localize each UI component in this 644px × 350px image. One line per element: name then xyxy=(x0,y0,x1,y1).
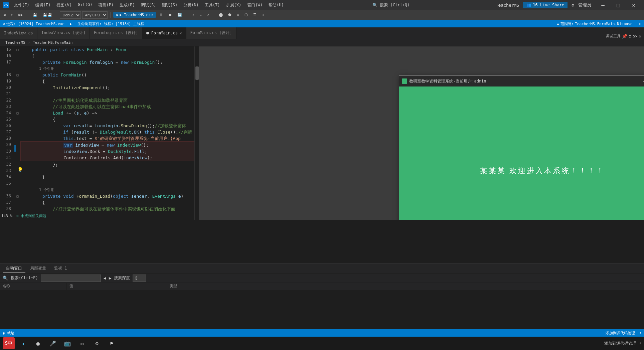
toolbar-restart[interactable]: 🔄 xyxy=(175,12,184,18)
code-line-ref1: 1 个引用 xyxy=(0,65,199,72)
taskbar-app-settings[interactable]: ⚙ xyxy=(91,337,103,349)
scope-info[interactable]: ≡ 范围统: TeacherMS.FormMain.Dispose xyxy=(557,21,632,26)
depth-input[interactable] xyxy=(133,275,146,282)
search-input[interactable] xyxy=(41,275,101,282)
settings-icon[interactable]: ⚙ xyxy=(572,3,574,8)
taskbar-app-s[interactable]: S中 xyxy=(3,337,15,349)
toolbar-step-over[interactable]: → xyxy=(190,12,196,18)
code-editor[interactable]: 15 □ public partial class FormMain : For… xyxy=(0,46,199,220)
code-line-ref2: 1 个引用 xyxy=(0,187,199,193)
menu-analyze[interactable]: 分析(N) xyxy=(181,2,201,9)
status-upload-icon[interactable]: ⬆ xyxy=(639,331,641,335)
close-button[interactable]: ✕ xyxy=(626,0,641,10)
toolbar-bp3[interactable]: ◈ xyxy=(235,12,241,18)
toolbar-bp5[interactable]: ☰ xyxy=(251,12,259,18)
process-bar: ⚙ 进程: [16924] TeacherMS.exe ▶ 生命周期事件: 线程… xyxy=(0,20,644,27)
tab-formmain[interactable]: FormMain.cs ✕ xyxy=(142,27,186,39)
taskbar-app-media[interactable]: 📺 xyxy=(61,337,73,349)
tab-more-icon[interactable]: ≫ xyxy=(633,34,637,39)
taskbar-upload-icon[interactable]: ⬆ xyxy=(639,341,641,346)
menu-file[interactable]: 文件(F) xyxy=(11,2,32,9)
col-type: 类型 xyxy=(167,283,180,290)
app-window-controls: — □ ✕ xyxy=(637,76,644,86)
app-welcome-text: 某某某 欢迎进入本系统！！！！ xyxy=(480,166,605,176)
tab-settings-icon[interactable]: ⚙ xyxy=(629,34,631,39)
lifecycle-event[interactable]: 生命周期事件: 线程: [15184] 主线程 xyxy=(77,21,144,26)
toolbar-bp2[interactable]: ⬟ xyxy=(226,12,233,18)
code-line-21: 21 xyxy=(0,91,199,97)
zoom-level[interactable]: 143 % xyxy=(1,214,12,218)
nav-next-icon[interactable]: ▶ xyxy=(109,276,112,281)
taskbar-app-mic[interactable]: 🎤 xyxy=(47,337,59,349)
toolbar-step-into[interactable]: ↘ xyxy=(197,12,204,18)
toolbar-save[interactable]: 💾 xyxy=(31,12,39,18)
code-scrollbar[interactable] xyxy=(194,46,199,220)
platform-dropdown[interactable]: Any CPU xyxy=(82,11,108,19)
menu-git[interactable]: Git(G) xyxy=(75,2,95,9)
code-line-30: 30 indexView.Dock = DockStyle.Fill; xyxy=(0,148,199,155)
pin-icon[interactable]: 📌 xyxy=(622,34,627,39)
taskbar-left: S中 ✦ ◉ 🎤 📺 ✉ ⚙ ⚑ xyxy=(3,337,118,349)
taskbar-app-flag[interactable]: ⚑ xyxy=(106,337,118,349)
toolbar-bp6[interactable]: ⊞ xyxy=(260,12,266,18)
scroll-thumb[interactable] xyxy=(195,66,199,80)
menu-extensions[interactable]: 扩展(X) xyxy=(223,2,244,9)
tab-indexview-design[interactable]: IndexView.cs [设计] xyxy=(37,27,90,39)
live-share-button[interactable]: 👥 16 Live Share xyxy=(523,2,568,8)
menu-edit[interactable]: 编辑(E) xyxy=(33,2,53,9)
app-minimize-button[interactable]: — xyxy=(637,76,644,86)
toolbar-pause[interactable]: ⏸ xyxy=(157,12,165,18)
toolbar-bp4[interactable]: ⬡ xyxy=(243,12,250,18)
toolbar-step-out[interactable]: ↗ xyxy=(205,12,211,18)
search-bar[interactable]: 🔍 搜索 (Ctrl+Q) xyxy=(372,2,410,8)
status-ready[interactable]: ◉ 就绪 xyxy=(3,331,14,336)
vs-logo: VS xyxy=(3,2,9,8)
menu-help[interactable]: 帮助(H) xyxy=(266,2,287,9)
tab-auto-window[interactable]: 自动窗口 xyxy=(3,264,25,273)
toolbar-forward[interactable]: ▶▶ xyxy=(16,12,25,18)
toolbar-save2[interactable]: 💾💾 xyxy=(41,12,54,18)
tab-close-icon[interactable]: ✕ xyxy=(180,31,182,35)
tab-watch[interactable]: 监视 1 xyxy=(51,264,70,273)
maximize-button[interactable]: □ xyxy=(611,0,626,10)
taskbar-right: 添加到源代码管理 ⬆ xyxy=(604,341,641,346)
tab-indexview[interactable]: IndexView.cs xyxy=(0,27,37,39)
menu-tools[interactable]: 工具(T) xyxy=(202,2,223,9)
breadcrumb-project[interactable]: TeacherMS xyxy=(3,40,28,45)
toolbar-stop[interactable]: ⏹ xyxy=(166,12,174,18)
tab-dot xyxy=(146,32,149,34)
lightbulb-icon[interactable]: 💡 xyxy=(17,167,23,172)
breadcrumb-location[interactable]: TeacherMS.FormMain xyxy=(30,40,75,45)
nav-prev-icon[interactable]: ◀ xyxy=(104,276,106,281)
admin-label: 管理员 xyxy=(578,2,591,8)
menu-debug[interactable]: 调试(S) xyxy=(138,2,159,9)
minimize-button[interactable]: — xyxy=(595,0,611,10)
taskbar-app-3[interactable]: ◉ xyxy=(32,337,44,349)
toolbar-back[interactable]: ◀ xyxy=(1,12,8,18)
menu-project[interactable]: 项目(P) xyxy=(96,2,116,9)
title-bar-right: TeacherMS 👥 16 Live Share ⚙ 管理员 — □ ✕ xyxy=(496,0,641,10)
tab-locals[interactable]: 局部变量 xyxy=(27,264,49,273)
app-area: 教研室教学资料管理系统-当前用户:admin — □ ✕ 某某某 欢迎进入本系统… xyxy=(199,46,644,220)
taskbar-add-source[interactable]: 添加到源代码管理 xyxy=(604,341,636,346)
debug-config-dropdown[interactable]: Debug xyxy=(60,11,81,19)
filter-btn[interactable]: ⊟ xyxy=(639,22,641,26)
tab-label: IndexView.cs [设计] xyxy=(41,30,86,36)
taskbar-app-mail[interactable]: ✉ xyxy=(76,337,88,349)
menu-window[interactable]: 窗口(W) xyxy=(245,2,265,9)
toolbar-breakpoint[interactable]: ⬤ xyxy=(217,12,225,18)
menu-view[interactable]: 视图(V) xyxy=(54,2,74,9)
taskbar-app-2[interactable]: ✦ xyxy=(17,337,29,349)
tab-formlogin-design[interactable]: FormLogin.cs [设计] xyxy=(90,27,142,39)
code-line-25: 25 { xyxy=(0,116,199,123)
toolbar-undo[interactable]: ↩ xyxy=(9,12,15,18)
toolbar-sep1 xyxy=(28,12,28,18)
status-add-source[interactable]: 添加到源代码管理 xyxy=(606,331,635,336)
process-info[interactable]: ⚙ 进程: [16924] TeacherMS.exe xyxy=(3,21,64,26)
tab-formmain-design[interactable]: FormMain.cs [设计] xyxy=(186,27,236,39)
code-line-18: 18 □ public FormMain() xyxy=(0,72,199,78)
menu-build[interactable]: 生成(B) xyxy=(117,2,138,9)
menu-test[interactable]: 测试(S) xyxy=(159,2,180,9)
run-button[interactable]: ▶ ▶ TeacherMS.exe xyxy=(113,12,156,18)
tab-close-all-icon[interactable]: ✕ xyxy=(639,34,641,39)
